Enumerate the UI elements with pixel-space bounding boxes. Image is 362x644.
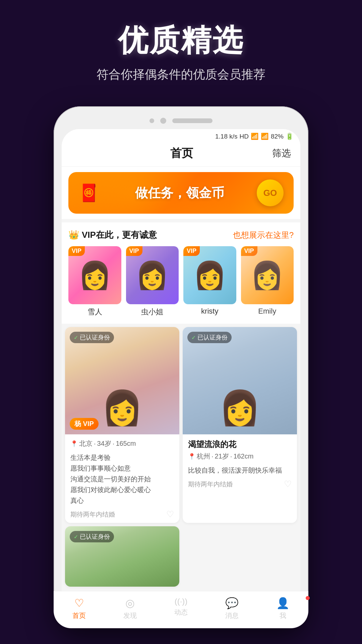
person-photo: ✓ 已认证身份 👩 杨 VIP (65, 327, 179, 434)
status-bar: 1.18 k/s HD 📶 📶 82% 🔋 (62, 129, 300, 142)
banner-text: 做任务，领金币 (135, 184, 224, 202)
vip-card-photo: VIP 👩 (183, 246, 236, 304)
status-hd: HD (240, 133, 249, 140)
app-header: 首页 筛选 (62, 142, 300, 167)
like-button[interactable]: ♡ (166, 509, 174, 520)
person-card[interactable]: ✓ 已认证身份 👩 渴望流浪的花 📍 杭州 · 21岁 · (183, 327, 297, 523)
verified-text: 已认证身份 (80, 333, 110, 341)
bottom-nav: ♡ 首页 ◎ 发现 ((·)) 动态 💬 消息 👤 我 (62, 591, 300, 620)
person-height: 162cm (233, 452, 253, 460)
vip-card[interactable]: VIP 👩 雪人 (68, 246, 121, 317)
discover-icon: ◎ (125, 597, 135, 609)
nav-message-label: 消息 (225, 611, 239, 620)
verified-text: 已认证身份 (80, 533, 110, 541)
nav-home-label: 首页 (72, 611, 86, 620)
vip-card-photo: VIP 👩 (68, 246, 121, 304)
banner-go-button[interactable]: GO (257, 179, 284, 206)
nav-discover[interactable]: ◎ 发现 (105, 597, 156, 620)
notch-camera (160, 118, 166, 124)
vip-title-text: VIP在此，更有诚意 (82, 229, 157, 241)
person-card[interactable]: ✓ 已认证身份 👩 杨 VIP 📍 北京 · 34岁 (65, 327, 179, 523)
notch-sensor (149, 118, 154, 123)
vip-card[interactable]: VIP 👩 虫小姐 (126, 246, 179, 317)
nav-profile[interactable]: 👤 我 (257, 597, 300, 620)
person-height: 165cm (116, 440, 136, 447)
person-details: 📍 北京 · 34岁 · 165cm (70, 439, 174, 448)
vip-card-photo: VIP 👩 (126, 246, 179, 304)
person-vip-tag: 杨 VIP (70, 418, 99, 430)
nav-dynamic[interactable]: ((·)) 动态 (156, 597, 206, 620)
status-speed: 1.18 k/s (215, 133, 238, 140)
person-bio: 生活本是考验愿我们事事顺心如意沟通交流是一切美好的开始愿我们对彼此耐心爱心暖心真… (70, 452, 174, 506)
person-location: 杭州 (197, 452, 210, 461)
page-subtitle: 符合你择偶条件的优质会员推荐 (13, 66, 349, 83)
person-name: 渴望流浪的花 (188, 439, 292, 450)
vip-member-name: 雪人 (68, 307, 121, 317)
like-button[interactable]: ♡ (284, 479, 292, 489)
person-separator2: · (230, 452, 232, 460)
person-card[interactable]: ✓ 已认证身份 (65, 526, 179, 587)
vip-title: 👑 VIP在此，更有诚意 (68, 229, 157, 241)
phone-notch (62, 114, 300, 129)
vip-card[interactable]: VIP 👩 Emily (241, 246, 294, 317)
vip-card[interactable]: VIP 👩 kristy (183, 246, 236, 317)
person-location: 北京 (79, 439, 93, 448)
vip-badge: VIP (241, 246, 257, 256)
person-photo: ✓ 已认证身份 👩 (183, 327, 297, 434)
vip-member-name: Emily (241, 307, 294, 316)
status-battery: 82% (271, 133, 284, 140)
people-grid: ✓ 已认证身份 👩 杨 VIP 📍 北京 · 34岁 (62, 327, 300, 587)
verified-badge: ✓ 已认证身份 (187, 332, 232, 343)
message-icon: 💬 (225, 597, 239, 609)
vip-tag-label: 杨 VIP (70, 418, 99, 430)
vip-section: 👑 VIP在此，更有诚意 也想展示在这里? VIP 👩 雪人 (62, 222, 300, 324)
phone-screen: 1.18 k/s HD 📶 📶 82% 🔋 首页 筛选 🧧 做任务，领金币 GO (62, 129, 300, 620)
crown-icon: 👑 (68, 230, 79, 240)
task-banner[interactable]: 🧧 做任务，领金币 GO (68, 172, 294, 214)
person-details: 📍 杭州 · 21岁 · 162cm (188, 452, 292, 461)
intent-text: 期待两年内结婚 (188, 480, 233, 489)
vip-promote-link[interactable]: 也想展示在这里? (233, 230, 294, 240)
vip-list: VIP 👩 雪人 VIP 👩 虫小姐 (68, 246, 294, 317)
status-wifi-icon: 📶 (251, 132, 259, 140)
dynamic-icon: ((·)) (175, 597, 188, 606)
nav-discover-label: 发现 (123, 611, 137, 620)
vip-header: 👑 VIP在此，更有诚意 也想展示在这里? (68, 229, 294, 241)
banner-wrap: 🧧 做任务，领金币 GO (62, 167, 300, 219)
location-icon: 📍 (188, 453, 195, 460)
person-intent: 期待两年内结婚 ♡ (188, 479, 292, 489)
vip-badge: VIP (68, 246, 85, 256)
phone-shell: 1.18 k/s HD 📶 📶 82% 🔋 首页 筛选 🧧 做任务，领金币 GO (54, 106, 308, 628)
person-age: 34岁 (97, 439, 111, 448)
page-header: 优质精选 符合你择偶条件的优质会员推荐 (0, 0, 362, 96)
person-photo: ✓ 已认证身份 (65, 526, 179, 587)
person-separator: · (212, 452, 214, 460)
status-signal-icon: 📶 (261, 132, 269, 140)
battery-icon: 🔋 (286, 132, 294, 140)
check-icon: ✓ (74, 334, 78, 341)
status-icons: 1.18 k/s HD 📶 📶 82% 🔋 (215, 132, 294, 140)
intent-text: 期待两年内结婚 (70, 510, 115, 519)
check-icon: ✓ (74, 534, 78, 540)
person-separator2: · (113, 440, 115, 447)
person-info: 📍 北京 · 34岁 · 165cm 生活本是考验愿我们事事顺心如意沟通交流是一… (65, 434, 179, 523)
filter-button[interactable]: 筛选 (272, 147, 291, 160)
banner-character-icon: 🧧 (78, 183, 99, 203)
nav-dynamic-label: 动态 (174, 608, 188, 617)
nav-home[interactable]: ♡ 首页 (62, 597, 105, 620)
person-info: 渴望流浪的花 📍 杭州 · 21岁 · 162cm 比较自我，很活泼开朗快乐幸福… (183, 434, 297, 493)
verified-badge: ✓ 已认证身份 (70, 332, 114, 343)
page-title: 优质精选 (13, 20, 349, 61)
location-icon: 📍 (70, 440, 78, 447)
verified-badge: ✓ 已认证身份 (70, 531, 114, 542)
home-icon: ♡ (74, 597, 84, 609)
nav-message[interactable]: 💬 消息 (206, 597, 257, 620)
person-age: 21岁 (215, 452, 229, 461)
vip-card-photo: VIP 👩 (241, 246, 294, 304)
person-separator: · (94, 440, 96, 447)
person-face: 👩 (183, 327, 297, 434)
app-title: 首页 (91, 146, 272, 161)
nav-profile-label: 我 (280, 611, 286, 620)
vip-badge: VIP (126, 246, 142, 256)
screen-content: 🧧 做任务，领金币 GO 👑 VIP在此，更有诚意 也想展示在这里? (62, 167, 300, 620)
